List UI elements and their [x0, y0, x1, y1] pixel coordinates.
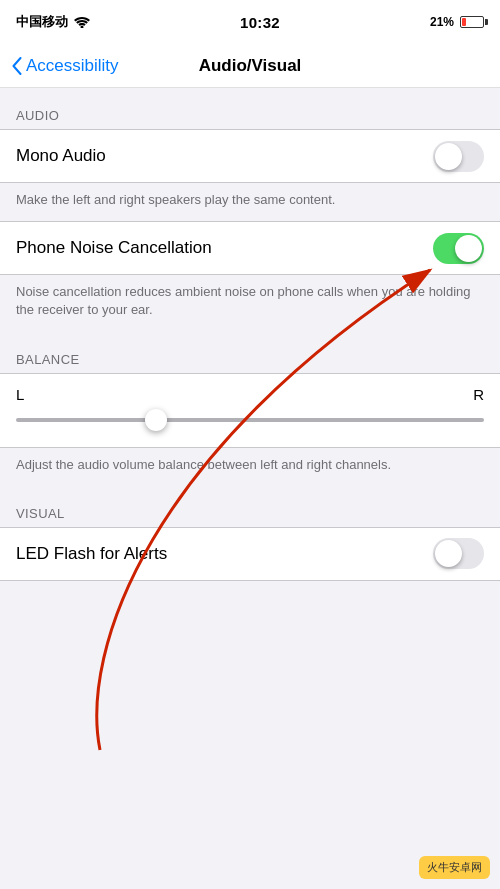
- status-bar-left: 中国移动: [16, 13, 90, 31]
- balance-right-label: R: [473, 386, 484, 403]
- noise-cancellation-group: Phone Noise Cancellation: [0, 221, 500, 275]
- balance-container: L R: [0, 373, 500, 448]
- balance-slider-container[interactable]: [16, 409, 484, 431]
- mono-audio-label: Mono Audio: [16, 146, 433, 166]
- mono-audio-toggle-thumb: [435, 143, 462, 170]
- carrier-text: 中国移动: [16, 13, 68, 31]
- watermark: 火牛安卓网: [419, 856, 490, 879]
- mono-audio-group: Mono Audio: [0, 129, 500, 183]
- noise-cancellation-toggle[interactable]: [433, 233, 484, 264]
- led-flash-row: LED Flash for Alerts: [0, 528, 500, 580]
- navigation-bar: Accessibility Audio/Visual: [0, 44, 500, 88]
- mono-audio-row: Mono Audio: [0, 130, 500, 182]
- battery-icon: [460, 16, 484, 28]
- battery-icon-container: [460, 16, 484, 28]
- balance-description: Adjust the audio volume balance between …: [0, 448, 500, 486]
- audio-section-header: AUDIO: [0, 88, 500, 129]
- status-bar-right: 21%: [430, 15, 484, 29]
- noise-cancellation-toggle-thumb: [455, 235, 482, 262]
- mono-audio-description: Make the left and right speakers play th…: [0, 183, 500, 221]
- balance-left-label: L: [16, 386, 24, 403]
- led-flash-label: LED Flash for Alerts: [16, 544, 433, 564]
- led-flash-toggle-thumb: [435, 540, 462, 567]
- wifi-icon: [74, 16, 90, 28]
- back-label: Accessibility: [26, 56, 119, 76]
- battery-percent: 21%: [430, 15, 454, 29]
- led-flash-toggle[interactable]: [433, 538, 484, 569]
- led-flash-group: LED Flash for Alerts: [0, 527, 500, 581]
- page-title: Audio/Visual: [199, 56, 302, 76]
- chevron-left-icon: [12, 57, 22, 75]
- noise-cancellation-description: Noise cancellation reduces ambient noise…: [0, 275, 500, 331]
- balance-lr-labels: L R: [16, 386, 484, 403]
- balance-section-header: BALANCE: [0, 332, 500, 373]
- visual-section-header: VISUAL: [0, 486, 500, 527]
- status-bar: 中国移动 10:32 21%: [0, 0, 500, 44]
- noise-cancellation-label: Phone Noise Cancellation: [16, 238, 433, 258]
- battery-fill: [462, 18, 466, 26]
- mono-audio-toggle[interactable]: [433, 141, 484, 172]
- status-bar-time: 10:32: [240, 14, 280, 31]
- svg-point-0: [81, 26, 84, 29]
- balance-slider-track: [16, 418, 484, 422]
- balance-slider-thumb[interactable]: [145, 409, 167, 431]
- back-button[interactable]: Accessibility: [12, 56, 119, 76]
- noise-cancellation-row: Phone Noise Cancellation: [0, 222, 500, 274]
